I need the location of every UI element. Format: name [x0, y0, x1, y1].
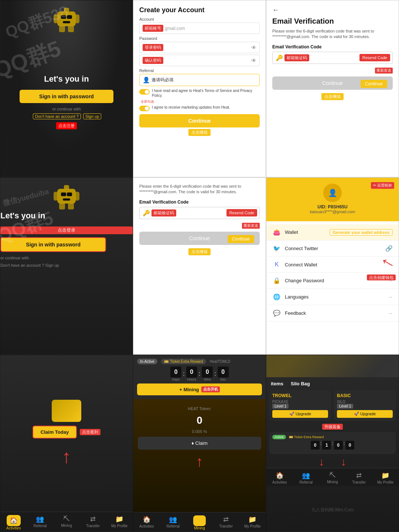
claim-bar[interactable]: ♦ Claim — [138, 437, 261, 450]
bottom-nav-items: 🏠 Activities 👥 Referral ⛏ Mining ⇄ Trans… — [266, 468, 399, 486]
confirm-password-row: 确认密码 👁 — [139, 55, 260, 66]
nav-profile-mining[interactable]: 📁 My Profile — [239, 515, 266, 530]
timer-mins: 0 Mins — [202, 366, 213, 381]
upgrade-red-arrow-wrapper: ↓ ↓ — [266, 456, 399, 468]
terms-text: I have read and agree to Heat's Terms of… — [152, 88, 260, 98]
nav-mining-items-label: Mining — [327, 480, 338, 484]
back-arrow[interactable]: ← — [272, 6, 393, 14]
sign-in-btn-login[interactable]: Sign in with password — [0, 237, 106, 252]
referral-input-row[interactable]: 👤 邀请码必填 — [139, 74, 260, 86]
ticket-extra-badge: 🎫 Ticket Extra Reward — [161, 359, 206, 364]
marketing-toggle-row: I agree to receive marketing updates fro… — [139, 105, 260, 111]
nav-profile-items[interactable]: 📁 My Profile — [372, 471, 399, 484]
daily-claim-area: Claim Today 点击签到 ↑ — [0, 355, 133, 512]
svg-rect-15 — [75, 192, 79, 201]
nav-transfer-mining[interactable]: ⇄ Transfer — [213, 515, 239, 530]
svg-rect-9 — [57, 189, 76, 204]
languages-item[interactable]: 🌐 Languages → — [266, 289, 399, 305]
trowel-upgrade-btn[interactable]: 🚀 Upgrade — [272, 410, 328, 418]
cell-email-verify-signup: ← Email Verification Please enter the 6-… — [266, 0, 399, 177]
account-gmail[interactable]: gmail.com — [165, 26, 256, 31]
svg-rect-13 — [64, 185, 69, 190]
cell-create-account: Create your Account Account 邮箱账号 gmail.c… — [133, 0, 266, 177]
mining-red-arrow-wrapper: ↑ — [138, 453, 261, 470]
trowel-card: TROWEL PICKAXE Level 1 🚀 Upgrade — [269, 390, 331, 421]
claim-image — [52, 400, 81, 422]
basic-level: Level 1 — [337, 404, 353, 409]
mini-timer-row: 0 : 1 : 0 : 0 — [272, 441, 393, 450]
password-label: Password — [139, 36, 260, 41]
globe-icon: 🌐 — [272, 293, 281, 300]
nav-referral-mining[interactable]: 👥 Referral — [160, 515, 187, 530]
timer-hours-val: 0 — [186, 366, 197, 378]
wallet-action[interactable]: Generate your wallet address — [330, 229, 393, 236]
eye-icon-2[interactable]: 👁 — [251, 58, 256, 64]
wallet-icon: 👛 — [272, 229, 281, 236]
nav-referral[interactable]: 👥 Referral — [27, 515, 54, 530]
timer-hours-label: Hours — [187, 378, 196, 381]
ver-code-input-row[interactable]: 🔑 邮箱验证码 Resend Code — [272, 52, 393, 64]
cell-signup: QQ群538 QQ群5 Let's you in Sign in with pa… — [0, 0, 133, 177]
nav-transfer-items[interactable]: ⇄ Transfer — [346, 471, 372, 484]
timer-sec: 0 Sec — [218, 366, 229, 381]
nav-referral-items[interactable]: 👥 Referral — [293, 471, 320, 484]
nav-mining-active[interactable]: ⛏ Mining — [186, 515, 213, 530]
dont-have-account: Don't have an account ? Sign up — [32, 114, 102, 119]
continue-annotation: 点击继续 — [188, 129, 211, 136]
nav-transfer-label: Transfer — [86, 524, 100, 528]
start-cn-annotation: 点击开机 — [201, 386, 220, 392]
nav-mining[interactable]: ⛏ Mining — [53, 515, 80, 530]
toggle-cn-note: 全部勾选 — [141, 99, 260, 104]
heat-percent: 0.005 % — [192, 429, 207, 434]
nav-activities-items[interactable]: 🏠 Activities — [266, 471, 293, 484]
nav-transfer-items-label: Transfer — [352, 480, 366, 484]
terms-toggle[interactable] — [139, 89, 150, 95]
nickname-badge[interactable]: ✏ 设置昵称 — [371, 182, 394, 189]
cell5-annotation: 点击继续 — [188, 248, 211, 255]
wallet-item[interactable]: 👛 Wallet Generate your wallet address — [266, 224, 399, 241]
languages-arrow: → — [388, 294, 393, 300]
nav-mining-items[interactable]: ⛏ Mining — [319, 471, 346, 484]
resend-code-btn[interactable]: Resend Code — [359, 54, 390, 61]
feedback-item[interactable]: 💬 Feedback → — [266, 305, 399, 321]
nav-activities[interactable]: 🏠 Activities — [0, 515, 27, 530]
svg-rect-10 — [61, 192, 66, 196]
svg-rect-1 — [61, 15, 66, 19]
ver-annotation: 点击继续 — [321, 93, 344, 100]
claim-today-btn[interactable]: Claim Today — [33, 426, 77, 439]
cell5-continue-inner[interactable]: Continue — [228, 235, 254, 243]
basic-upgrade-btn[interactable]: 🚀 Upgrade — [337, 410, 393, 418]
continue-button[interactable]: Continue — [139, 114, 260, 127]
trowel-name: TROWEL — [272, 393, 291, 398]
nav-my-profile[interactable]: 📁 My Profile — [106, 515, 133, 530]
mining-start-btn[interactable]: + Mining 点击开机 — [137, 383, 262, 395]
marketing-toggle[interactable] — [139, 106, 150, 111]
cell5-ver-input[interactable]: 🔑 邮箱验证码 Resend Code — [139, 207, 260, 219]
connect-wallet-label: Connect Wallet — [285, 262, 388, 267]
create-wallet-annotation: 点击创建钱包 — [367, 274, 396, 280]
continue-inner-btn[interactable]: Continue — [361, 80, 387, 88]
nav-transfer[interactable]: ⇄ Transfer — [80, 515, 106, 530]
red-arrow-mining: ↑ — [196, 453, 203, 470]
eye-icon[interactable]: 👁 — [251, 45, 256, 51]
mining-icon-active: ⛏ — [196, 517, 203, 524]
svg-rect-4 — [64, 8, 69, 12]
profile-header: 👤 UID: P8SH65U kaixuan3****@gmail.com ✏ … — [266, 178, 399, 221]
password-cn-label: 登录密码 — [143, 44, 163, 51]
timer-mins-label: Mins — [204, 378, 211, 381]
cell5-resend-btn[interactable]: Resend Code — [226, 209, 257, 216]
nav-activities-mining[interactable]: 🏠 Activities — [133, 515, 160, 530]
items-top-image — [266, 355, 399, 377]
nav-mining-label: Mining — [61, 524, 72, 528]
sign-in-password-btn[interactable]: Sign in with password — [20, 90, 113, 103]
mining-btn-wrapper: + Mining 点击开机 — [137, 383, 262, 395]
mining-icon-3: ⛏ — [329, 471, 336, 479]
wallet-label: Wallet — [285, 229, 330, 235]
continue-area: Continue Continue — [272, 76, 393, 91]
create-account-title: Create your Account — [139, 6, 260, 14]
nav-referral-mining-label: Referral — [167, 524, 180, 528]
sign-up-link[interactable]: Sign up — [83, 113, 101, 119]
svg-rect-11 — [67, 192, 72, 196]
avatar: 👤 — [323, 184, 342, 202]
trowel-header: TROWEL — [272, 393, 328, 398]
